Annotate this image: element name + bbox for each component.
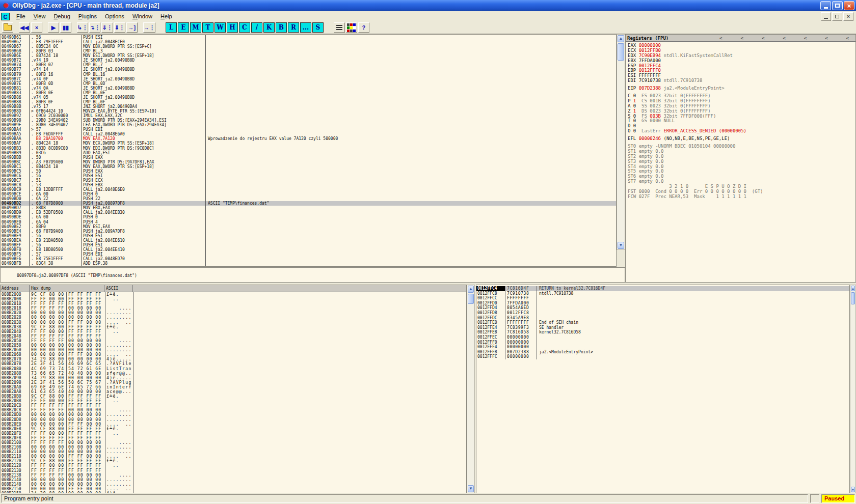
disasm-row[interactable]: 00490B61. 56PUSH ESI [1, 35, 616, 40]
stack-row[interactable]: 0012FFF000000000 [476, 340, 849, 345]
dump-row[interactable]: 008B20C0FF FF FF FFFF FF FF FF [1, 403, 466, 408]
register-line[interactable]: EAX 00000000 [628, 43, 853, 48]
register-line[interactable]: EDX 7C90EB94 ntdll.KiFastSystemCallRet [628, 53, 853, 59]
dump-row[interactable]: 008B211000 00 00 0000 00 00 00........ [1, 450, 466, 454]
disasm-row[interactable]: 00490B74. 80FB 07CMP BL,7 [1, 63, 616, 67]
dump-row[interactable]: 008B215000 00 00 00FF FF 00 00.... .. [1, 487, 466, 491]
disasm-row[interactable]: 00490BD9. E8 52DF0500CALL ja2.004EEB30 [1, 210, 616, 215]
disasm-row[interactable]: 00490BAA B8 20A10700MOV EAX,7A120Wprowad… [1, 136, 616, 141]
dump-row[interactable]: 008B2040FF FF 00 00FF FF FF FF .. [1, 329, 466, 334]
stack-row[interactable]: 0012FFF400000000 [476, 345, 849, 350]
dump-row[interactable]: 008B208873 66 65 7240 40 00 00sfer@@.. [1, 371, 466, 376]
disasm-row[interactable]: 00490BDE. 6A 00PUSH 0 [1, 215, 616, 219]
register-line[interactable]: EBP 0012FFF0 [628, 68, 853, 73]
dump-row[interactable]: 008B2130FF FF FF FFFF FF FF FF [1, 468, 466, 473]
disasm-row[interactable]: 00490BC7. 51PUSH ECX [1, 178, 616, 183]
executables-window-button[interactable]: E [178, 22, 189, 33]
disasm-row[interactable]: 00490B9E. 8D80 34EA9402LEA EAX,DWORD PTR… [1, 123, 616, 127]
restart-button[interactable]: ◀◀ [19, 22, 30, 33]
disasm-row[interactable]: 00490BD2. 68 F87D8900PUSH ja2.00897DF8AS… [1, 201, 616, 206]
disasm-row[interactable]: 00490BCE. 6A 00PUSH 0 [1, 192, 616, 197]
scroll-up-icon[interactable]: ▲ [851, 286, 855, 291]
stack-row[interactable]: 0012FFD07FFDA000 [476, 301, 849, 306]
menu-file[interactable]: File [12, 12, 30, 20]
execute-till-return-button[interactable]: →] [126, 22, 138, 33]
unfold-button[interactable]: < [825, 36, 827, 41]
stack-row[interactable]: 0012FFFC00000000 [476, 354, 849, 359]
close-button[interactable]: × [844, 1, 854, 10]
dump-row[interactable]: 008B202800 00 00 0000 00 00 00........ [1, 315, 466, 320]
dump-row[interactable]: 008B207034 29 88 0000 00 00 004)ê..... [1, 357, 466, 361]
windows-window-button[interactable]: W [215, 22, 226, 33]
dump-row[interactable]: 008B210800 00 00 0000 00 00 00........ [1, 445, 466, 450]
unfold-button[interactable]: < [762, 36, 764, 41]
disasm-row[interactable]: 00490BBC. A3 F87D9A00MOV DWORD PTR DS:[9… [1, 160, 616, 164]
dump-row[interactable]: 008B20A861 63 65 4040 00 00 00ace@@... [1, 389, 466, 394]
dump-row[interactable]: 008B20D000 00 00 0000 00 00 00........ [1, 412, 466, 417]
dump-row[interactable]: 008B20E89C CF 88 00FF FF FF FF£╧ê. [1, 427, 466, 431]
scroll-down-icon[interactable]: ▼ [618, 242, 624, 249]
dump-row[interactable]: 008B20B09C CF 88 00FF FF FF FF£╧ê. [1, 394, 466, 399]
stack-row[interactable]: 0012FFE87C816D58kernel32.7C816D58 [476, 330, 849, 335]
disasm-row[interactable]: 00490BE2. 8BF0MOV ESI,EAX [1, 225, 616, 229]
disasm-row[interactable]: 00490BA4> 57PUSH EDI [1, 127, 616, 132]
dump-col-ascii[interactable]: ASCII [104, 285, 133, 292]
register-line[interactable]: EBX 7FFDA000 [628, 59, 853, 64]
dump-row[interactable]: 008B206800 00 00 00FF FF 00 00.... .. [1, 352, 466, 357]
disasm-row[interactable]: 00490BC1. 8B4424 18MOV EAX,DWORD PTR SS:… [1, 164, 616, 169]
mdi-minimize-button[interactable] [821, 12, 831, 21]
register-line[interactable]: FCW 027F Prec NEAR,53 Mask 1 1 1 1 1 1 [628, 194, 853, 200]
register-line[interactable]: T 0 GS 0000 NULL [628, 119, 853, 124]
dump-row[interactable]: 008B2010FF FF FF FFFF FF FF FF [1, 301, 466, 306]
dump-row[interactable]: 008B205800 00 00 0000 00 00 00........ [1, 343, 466, 348]
disasm-row[interactable]: 00490B67. 8B5C24 0CMOV EBX,DWORD PTR SS:… [1, 44, 616, 49]
step-over-button[interactable]: ↴⋮ [89, 22, 100, 33]
restore-button[interactable] [832, 1, 843, 10]
dump-row[interactable]: 008B20E000 00 00 00FF FF 00 00.... .. [1, 422, 466, 427]
stack-row[interactable]: 0012FFF8007D2388ja2.<ModuleEntryPoint> [476, 350, 849, 355]
dump-row[interactable]: 008B206000 00 00 0000 00 00 00........ [1, 348, 466, 352]
animate-over-button[interactable]: ⇓⋮ [114, 22, 125, 33]
disasm-row[interactable]: 00490BFB. 83C4 38ADD ESP,38 [1, 261, 616, 266]
menu-options[interactable]: Options [101, 12, 128, 20]
dump-row[interactable]: 008B20F8FF FF FF FFFF FF FF FF [1, 436, 466, 440]
disasm-row[interactable]: 00490B88. 80FB 0FCMP BL,0F [1, 100, 616, 104]
scroll-down-icon[interactable]: ▼ [468, 485, 474, 492]
dump-row[interactable]: 008B2018FF FF FF FF00 00 00 00 .... [1, 306, 466, 311]
unfold-button[interactable]: < [783, 36, 785, 41]
disasm-row[interactable]: 00490B79. 80FB 16CMP BL,16 [1, 72, 616, 77]
disasm-row[interactable]: 00490BC5. 50PUSH EAX [1, 169, 616, 174]
threads-window-button[interactable]: T [202, 22, 213, 33]
stack-row[interactable]: 0012FFEC00000000 [476, 335, 849, 340]
menu-view[interactable]: View [30, 12, 50, 20]
scroll-up-icon[interactable]: ▲ [468, 286, 474, 293]
log-window-button[interactable]: L [166, 22, 177, 33]
disasm-row[interactable]: 00490B7E. 80FB 0DCMP BL,0D [1, 81, 616, 86]
disassembly-pane[interactable]: 00490B61. 56PUSH ESI00490B62. E8 79E1FFF… [0, 34, 617, 267]
animate-into-button[interactable]: ⇓⋮ [101, 22, 113, 33]
disasm-row[interactable]: 00490BA5. E8 F6DAFFFFCALL ja2.0048E6A0 [1, 132, 616, 136]
disasm-row[interactable]: 00490BBB. 50PUSH EAX [1, 155, 616, 160]
disasm-row[interactable]: 00490B8B.v75 17JNZ SHORT ja2.00490BA4 [1, 104, 616, 109]
unfold-button[interactable]: < [719, 36, 722, 41]
cpu-window-button[interactable]: C [239, 22, 250, 33]
disasm-row[interactable]: 00490BB9. 03C6ADD EAX,ESI [1, 151, 616, 155]
dump-col-hex[interactable]: Hex dump [30, 285, 104, 292]
dump-row[interactable]: 008B20F0FF FF 00 00FF FF FF FF .. [1, 431, 466, 436]
unfold-button[interactable]: < [804, 36, 807, 41]
stack-scrollbar[interactable]: ▲ ▼ [850, 285, 856, 493]
goto-address-button[interactable]: →⋮ [143, 22, 155, 33]
logging-options-button[interactable] [334, 22, 345, 33]
disasm-row[interactable]: 00490B81.v74 0AJE SHORT ja2.00490B8D [1, 86, 616, 91]
call-stack-window-button[interactable]: K [263, 22, 275, 33]
register-line[interactable]: EIP 007D2388 ja2.<ModuleEntryPoint> [628, 86, 853, 91]
disasm-row[interactable]: 00490B98. 29B0 34EA9402SUB DWORD PTR DS:… [1, 118, 616, 123]
scroll-up-icon[interactable]: ▲ [618, 35, 624, 42]
appearance-options-button[interactable] [346, 22, 357, 33]
open-file-button[interactable] [2, 22, 13, 33]
dump-row[interactable]: 008B20982E 3F 41 5650 6C 75 67.?AVPlug [1, 380, 466, 385]
dump-row[interactable]: 008B2100FF FF FF FF00 00 00 00 .... [1, 440, 466, 445]
disasm-row[interactable]: 00490BEA. E8 21DA0500CALL ja2.004EE610 [1, 238, 616, 243]
dump-row[interactable]: 008B21209C CF 88 00FF FF FF FF£╧ê. [1, 459, 466, 463]
disasm-row[interactable]: 00490BE9. 56PUSH ESI [1, 234, 616, 238]
